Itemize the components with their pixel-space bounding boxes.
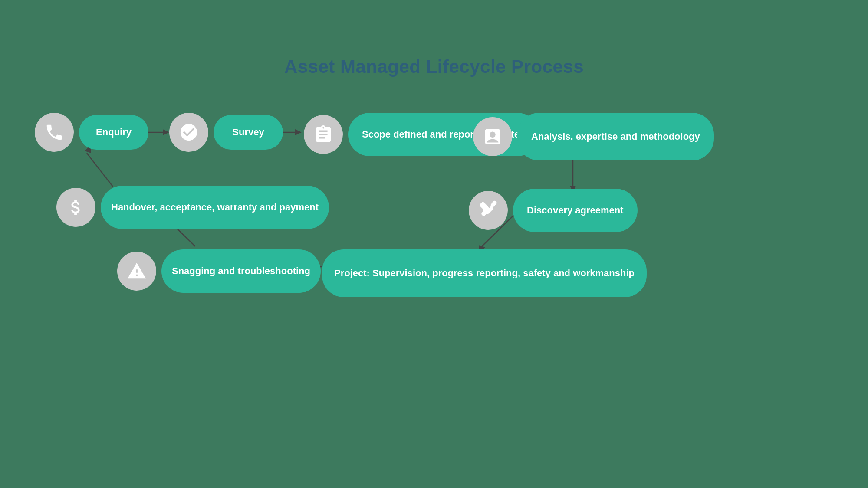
analysis-pill: Analysis, expertise and methodology — [517, 113, 714, 160]
survey-icon — [169, 113, 208, 152]
analysis-node: Analysis, expertise and methodology — [473, 113, 714, 160]
survey-pill: Survey — [214, 115, 283, 150]
payment-icon — [56, 188, 95, 227]
discovery-pill: Discovery agreement — [513, 189, 638, 232]
analysis-icon — [473, 117, 512, 156]
discovery-node: Discovery agreement — [469, 189, 638, 232]
handshake-icon — [469, 191, 508, 230]
svg-line-14 — [87, 153, 113, 187]
snagging-node: Snagging and troubleshooting — [117, 249, 321, 293]
warning-icon — [117, 252, 156, 291]
clipboard-icon — [304, 115, 343, 154]
survey-node: Survey — [169, 113, 283, 152]
page-title: Asset Managed Lifecycle Process — [0, 0, 868, 77]
enquiry-pill: Enquiry — [79, 115, 148, 150]
svg-marker-1 — [163, 129, 169, 135]
handover-pill: Handover, acceptance, warranty and payme… — [101, 186, 329, 229]
enquiry-node: Enquiry — [35, 113, 148, 152]
snagging-pill: Snagging and troubleshooting — [161, 249, 321, 293]
enquiry-icon — [35, 113, 74, 152]
project-pill: Project: Supervision, progress reporting… — [322, 249, 647, 297]
project-node: Project: Supervision, progress reporting… — [278, 249, 647, 297]
svg-marker-3 — [295, 129, 302, 135]
handover-node: Handover, acceptance, warranty and payme… — [56, 186, 329, 229]
